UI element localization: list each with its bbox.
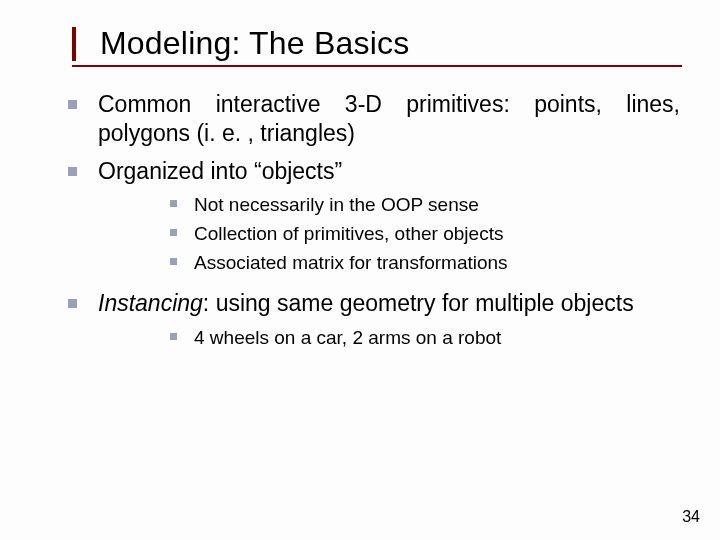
slide: Modeling: The Basics Common interactive … (0, 0, 720, 540)
italic-term: Instancing (98, 290, 203, 316)
bullet-list-level2: 4 wheels on a car, 2 arms on a robot (98, 325, 680, 351)
bullet-list-level1: Common interactive 3-D primitives: point… (40, 90, 680, 350)
list-item: Associated matrix for transformations (98, 250, 680, 276)
list-item: Instancing: using same geometry for mult… (40, 289, 680, 350)
title-accent-bar (72, 27, 76, 61)
bullet-text-rest: : using same geometry for multiple objec… (203, 290, 634, 316)
slide-body: Common interactive 3-D primitives: point… (40, 90, 680, 350)
bullet-text: Associated matrix for transformations (194, 252, 508, 273)
list-item: 4 wheels on a car, 2 arms on a robot (98, 325, 680, 351)
bullet-text: Common interactive 3-D primitives: point… (98, 90, 680, 149)
bullet-text: Collection of primitives, other objects (194, 223, 503, 244)
list-item: Not necessarily in the OOP sense (98, 192, 680, 218)
bullet-text: 4 wheels on a car, 2 arms on a robot (194, 327, 501, 348)
list-item: Collection of primitives, other objects (98, 221, 680, 247)
bullet-text: Instancing: using same geometry for mult… (98, 289, 680, 318)
title-underline (72, 65, 682, 67)
list-item: Organized into “objects” Not necessarily… (40, 157, 680, 275)
list-item: Common interactive 3-D primitives: point… (40, 90, 680, 149)
slide-title: Modeling: The Basics (100, 25, 680, 62)
bullet-text: Not necessarily in the OOP sense (194, 194, 479, 215)
bullet-text: Organized into “objects” (98, 157, 680, 186)
title-block: Modeling: The Basics (100, 25, 680, 62)
bullet-list-level2: Not necessarily in the OOP sense Collect… (98, 192, 680, 275)
page-number: 34 (682, 508, 700, 526)
